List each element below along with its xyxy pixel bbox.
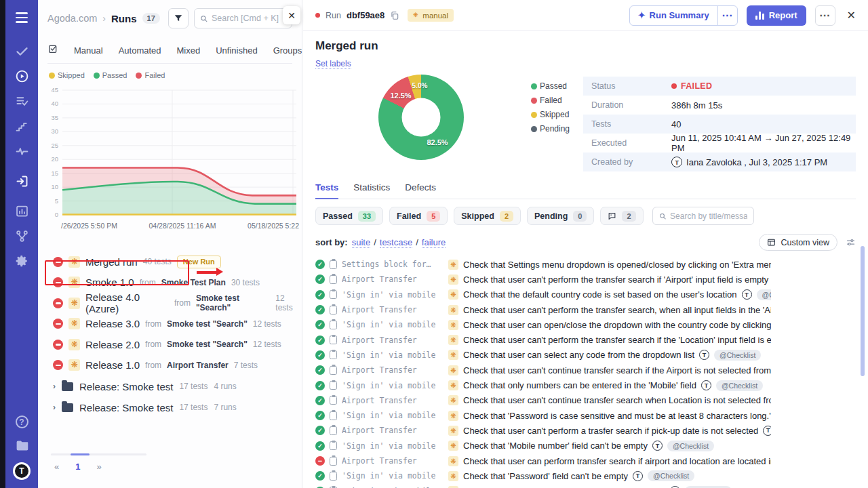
user-avatar[interactable]: T	[13, 462, 31, 480]
test-title[interactable]: Check that user can select any code from…	[463, 350, 694, 360]
run-group-row[interactable]: › Release: Smoke test 17 tests 4 runs	[38, 376, 302, 396]
filter-passed[interactable]: Passed33	[315, 207, 383, 225]
tab-unfinished[interactable]: Unfinished	[216, 45, 257, 56]
suite-name[interactable]: Airport Transfer	[342, 396, 443, 405]
test-title[interactable]: Check that the default country code is s…	[463, 289, 737, 300]
filter-button[interactable]	[168, 8, 189, 28]
run-plan[interactable]: Smoke Test Plan	[161, 278, 226, 287]
close-icon[interactable]: ✕	[844, 9, 859, 22]
test-title[interactable]: Check that user can't continue transfer …	[463, 395, 771, 405]
suite-name[interactable]: 'Sign in' via mobile	[342, 441, 443, 451]
suite-name[interactable]: Settings block for…	[342, 260, 443, 269]
run-plan[interactable]: Smoke test "Search"	[196, 293, 270, 312]
settings-gear-icon[interactable]	[14, 253, 30, 269]
test-row[interactable]: Airport Transfer❋Check that user can't p…	[315, 302, 771, 317]
run-row[interactable]: ❋ Release 3.0 from Smoke test "Search" 1…	[38, 314, 302, 335]
run-name[interactable]: Smoke 1.0	[85, 277, 134, 288]
next-page-button[interactable]: »	[96, 462, 101, 472]
breadcrumb-project[interactable]: Agoda.com	[47, 13, 97, 24]
test-title[interactable]: Check that user can't perform the transf…	[463, 274, 768, 285]
suite-name[interactable]: 'Sign in' via mobile	[342, 381, 443, 390]
test-row[interactable]: Airport Transfer❋Check that user can't c…	[315, 393, 771, 408]
analytics-icon[interactable]	[14, 203, 30, 219]
run-plan[interactable]: Smoke test "Search"	[167, 340, 248, 349]
test-title[interactable]: Check that user can't continue transfer …	[463, 365, 771, 375]
vertical-scrollbar[interactable]	[861, 246, 865, 376]
more-options-button[interactable]: ⋯	[815, 5, 835, 26]
milestones-icon[interactable]	[14, 118, 30, 134]
suite-name[interactable]: 'Sign in' via mobile	[342, 471, 443, 481]
suite-name[interactable]: Airport Transfer	[342, 456, 443, 466]
run-row[interactable]: ❋ Smoke 1.0 from Smoke Test Plan 30 test…	[38, 272, 302, 293]
group-name[interactable]: Release: Smoke test	[79, 402, 173, 413]
tab-mixed[interactable]: Mixed	[177, 45, 201, 56]
run-group-row[interactable]: › Release: Smoke test 17 tests 7 runs	[38, 397, 302, 418]
run-name[interactable]: Release 1.0	[85, 359, 140, 371]
runs-search-input[interactable]	[212, 14, 286, 23]
filter-skipped[interactable]: Skipped2	[454, 207, 521, 225]
tab-defects[interactable]: Defects	[405, 182, 436, 199]
run-row[interactable]: ❋ Release 1.0 from Airport Transfer 7 te…	[38, 355, 302, 376]
test-row[interactable]: 'Sign in' via mobile❋Check that 'Mobile …	[315, 439, 771, 453]
tab-manual[interactable]: Manual	[74, 45, 103, 56]
test-row[interactable]: Airport Transfer❋Check that user can't c…	[315, 363, 771, 378]
suite-name[interactable]: Airport Transfer	[342, 365, 443, 375]
shared-steps-icon[interactable]	[14, 93, 30, 109]
run-name[interactable]: Release 3.0	[85, 318, 140, 329]
run-name[interactable]: Release 4.0 (Azure)	[85, 291, 169, 314]
tab-tests[interactable]: Tests	[315, 182, 338, 199]
test-row[interactable]: 'Sign in' via mobile❋Check that 'Passwor…	[315, 408, 771, 423]
test-title[interactable]: Check that 'Mobile number' field can't b…	[463, 441, 648, 451]
suite-name[interactable]: Airport Transfer	[342, 336, 443, 345]
group-name[interactable]: Release: Smoke test	[79, 381, 173, 392]
test-row[interactable]: 'Sign in' via mobile❋Check that user can…	[315, 348, 771, 363]
tests-search[interactable]	[652, 207, 754, 225]
custom-view-button[interactable]: Custom view	[759, 234, 837, 251]
test-title[interactable]: Check that user can't perform a trasfer …	[463, 426, 758, 436]
test-title[interactable]: Check that user can open/close the dropd…	[463, 320, 771, 330]
run-row-merged[interactable]: ❋ Merged run 40 tests New Run	[38, 251, 302, 272]
run-summary-more-button[interactable]: ⋯	[718, 9, 737, 22]
page-number[interactable]: 1	[75, 462, 80, 472]
test-title[interactable]: Check that user can't perform the transf…	[463, 305, 771, 315]
documents-folder-icon[interactable]	[14, 437, 30, 453]
run-name[interactable]: Release 2.0	[85, 339, 140, 350]
traceability-icon[interactable]	[14, 228, 30, 244]
sort-testcase-link[interactable]: testcase	[380, 237, 412, 248]
test-row[interactable]: 'Sign in' via mobile❋Check that user can…	[315, 317, 771, 332]
filter-failed[interactable]: Failed5	[389, 207, 448, 225]
select-runs-icon[interactable]	[47, 43, 58, 57]
test-row[interactable]: Settings block for…❋Check that Settings …	[315, 257, 771, 272]
suite-name[interactable]: Airport Transfer	[342, 305, 443, 314]
chevron-right-icon[interactable]: ›	[53, 403, 56, 412]
panel-close-button[interactable]: ✕	[283, 6, 300, 24]
defects-icon[interactable]	[14, 143, 30, 159]
run-summary-button[interactable]: ✦Run Summary	[630, 6, 717, 25]
test-title[interactable]: Check that Settings menu dropdown is ope…	[463, 260, 771, 270]
suite-name[interactable]: 'Sign in' via mobile	[342, 350, 443, 360]
tab-groups[interactable]: Groups	[273, 45, 302, 56]
view-settings-icon[interactable]	[846, 237, 856, 247]
run-name[interactable]: Merged run	[85, 256, 138, 268]
run-plan[interactable]: Airport Transfer	[167, 361, 229, 370]
suite-name[interactable]: 'Sign in' via mobile	[342, 290, 443, 300]
test-row[interactable]: 'Sign in' via mobile❋Check that only num…	[315, 378, 771, 392]
test-row[interactable]: 'Sign in' via mobile❋Check that 'Passwor…	[315, 468, 771, 483]
suite-name[interactable]: Airport Transfer	[342, 274, 443, 284]
sort-failure-link[interactable]: failure	[422, 237, 446, 248]
test-row[interactable]: Airport Transfer❋Check that user can't p…	[315, 332, 771, 347]
prev-page-button[interactable]: «	[54, 462, 59, 472]
test-row[interactable]: 'Sign in' via mobile❋Check that 'Mobile …	[315, 483, 771, 488]
sort-suite-link[interactable]: suite	[352, 237, 370, 248]
test-title[interactable]: Check that only numbers can be entered i…	[463, 380, 696, 390]
test-row[interactable]: 'Sign in' via mobile❋Check that the defa…	[315, 287, 771, 302]
report-button[interactable]: Report	[747, 5, 806, 26]
chevron-right-icon[interactable]: ›	[53, 382, 56, 391]
test-row[interactable]: Airport Transfer❋Check that user can per…	[315, 453, 771, 468]
menu-icon[interactable]	[14, 9, 30, 26]
filter-comments[interactable]: 2	[600, 207, 643, 225]
tests-search-input[interactable]	[670, 211, 747, 221]
inbox-icon[interactable]	[14, 173, 30, 189]
runs-search[interactable]	[194, 8, 292, 28]
help-icon[interactable]: ?	[16, 415, 28, 428]
